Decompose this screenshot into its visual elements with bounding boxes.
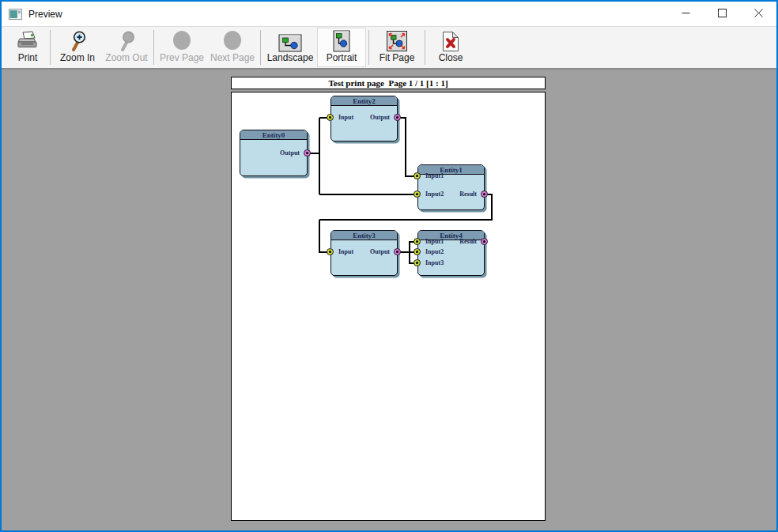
fit-page-icon — [386, 28, 408, 52]
prev-page-button[interactable]: Prev Page — [157, 28, 207, 67]
wire-segment — [319, 118, 320, 194]
maximize-button[interactable] — [704, 2, 740, 26]
toolbar-separator — [50, 30, 51, 65]
input-port — [414, 191, 421, 198]
entity-box: Entity3InputOutput — [330, 230, 398, 276]
toolbar-separator — [425, 30, 425, 65]
page-header: Test print page Page 1 / 1 [1 : 1] — [231, 77, 546, 89]
zoom-in-button[interactable]: Zoom In — [53, 28, 102, 67]
prev-page-icon — [172, 28, 192, 52]
close-preview-button[interactable]: Close — [428, 28, 474, 67]
preview-area: Test print page Page 1 / 1 [1 : 1] Entit… — [2, 70, 776, 530]
window-title: Preview — [28, 9, 62, 20]
wire-segment — [319, 220, 320, 253]
portrait-icon — [333, 28, 350, 52]
entity-box: Entity1Input1Input2Result — [417, 164, 485, 210]
port-label: Output — [370, 248, 390, 255]
output-port — [481, 238, 488, 245]
next-page-icon — [222, 28, 243, 52]
toolbar-separator — [368, 30, 369, 65]
port-label: Input3 — [425, 259, 444, 266]
fit-page-button[interactable]: Fit Page — [372, 28, 422, 67]
entity-title: Entity2 — [331, 96, 397, 106]
entity-title: Entity3 — [331, 231, 397, 240]
port-label: Result — [459, 238, 477, 245]
landscape-button[interactable]: Landscape — [263, 28, 317, 67]
fit-page-label: Fit Page — [380, 52, 415, 64]
minimize-icon — [682, 8, 690, 20]
minimize-button[interactable] — [667, 2, 704, 26]
wire-segment — [319, 194, 417, 195]
wire-segment — [319, 219, 492, 221]
portrait-button[interactable]: Portrait — [317, 28, 366, 67]
page: Entity0OutputEntity2InputOutputEntity1In… — [231, 92, 546, 521]
maximize-icon — [718, 8, 727, 20]
port-label: Result — [459, 191, 477, 198]
port-label: Input2 — [425, 191, 444, 198]
port-label: Input — [338, 248, 353, 255]
print-label: Print — [18, 52, 38, 64]
window-controls — [667, 2, 776, 26]
port-label: Input — [338, 114, 353, 121]
landscape-label: Landscape — [267, 52, 314, 64]
zoom-out-button[interactable]: Zoom Out — [102, 28, 151, 67]
preview-window: Preview — [0, 0, 778, 532]
entity-box: Entity2InputOutput — [330, 96, 398, 141]
input-port — [414, 248, 421, 255]
input-port — [414, 259, 421, 266]
entity-title: Entity0 — [240, 130, 307, 140]
output-port — [394, 248, 401, 255]
printer-icon — [16, 28, 40, 52]
port-label: Input2 — [425, 248, 444, 255]
zoom-in-icon — [68, 28, 87, 52]
input-port — [414, 172, 421, 179]
entity-box: Entity4Input1Input2Input3Result — [417, 230, 485, 276]
wire-segment — [491, 194, 493, 221]
output-port — [304, 149, 311, 157]
title-bar[interactable]: Preview — [2, 2, 776, 26]
wire-segment — [405, 118, 406, 177]
close-label: Close — [439, 52, 463, 64]
port-label: Input1 — [425, 172, 444, 179]
toolbar-separator — [260, 30, 261, 65]
close-icon — [754, 8, 763, 20]
toolbar: Print Zoom In Zoom Out — [2, 26, 776, 70]
next-page-label: Next Page — [210, 52, 255, 64]
zoom-out-label: Zoom Out — [105, 52, 147, 64]
zoom-out-icon — [117, 28, 136, 52]
close-window-button[interactable] — [740, 2, 776, 26]
close-document-icon — [442, 28, 459, 52]
next-page-button[interactable]: Next Page — [207, 28, 258, 67]
input-port — [327, 114, 334, 121]
zoom-in-label: Zoom In — [60, 52, 95, 64]
diagram: Entity0OutputEntity2InputOutputEntity1In… — [232, 92, 545, 520]
print-button[interactable]: Print — [8, 28, 47, 67]
portrait-label: Portrait — [327, 52, 357, 64]
app-icon — [9, 9, 22, 20]
toolbar-separator — [153, 30, 154, 65]
port-label: Input1 — [425, 238, 444, 245]
prev-page-label: Prev Page — [160, 52, 204, 64]
entity-box: Entity0Output — [240, 130, 308, 176]
port-label: Output — [370, 114, 390, 121]
output-port — [481, 191, 488, 198]
output-port — [394, 114, 401, 121]
input-port — [327, 248, 334, 255]
input-port — [414, 238, 421, 245]
landscape-icon — [278, 28, 302, 52]
port-label: Output — [280, 149, 300, 157]
